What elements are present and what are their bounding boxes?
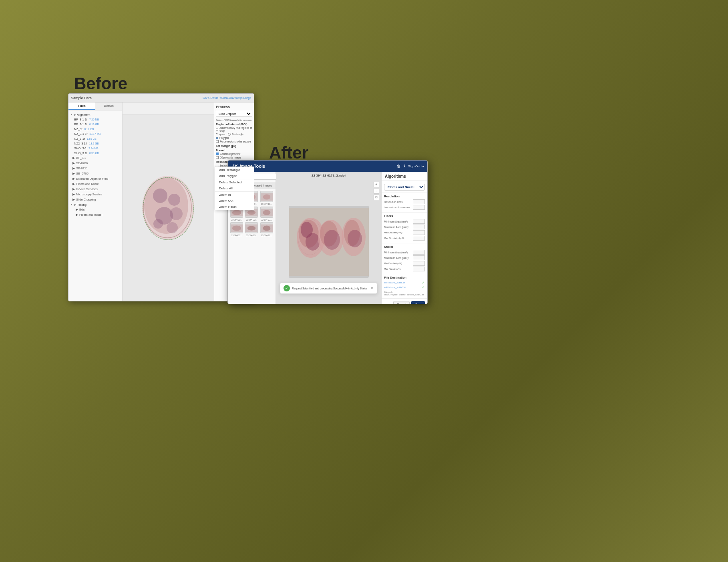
tree-testing-fibers[interactable]: ▶ Fibers and nuclei	[69, 212, 121, 217]
fiber-min-circ-input[interactable]	[413, 230, 425, 235]
tab-details[interactable]: Details	[95, 102, 122, 110]
process-algorithm-select[interactable]: Slide Cropper	[216, 111, 252, 117]
tree-file-bf1[interactable]: BF_3-1 1f 7.26 MB	[69, 117, 121, 122]
cancel-button[interactable]: Cancel	[393, 301, 410, 304]
context-zoom-out[interactable]: Zoom Out	[215, 198, 254, 204]
main-tissue-image	[289, 208, 369, 276]
tree-group-slide[interactable]: ▶ Slide Cropping	[69, 197, 121, 202]
tree-testing-edsf[interactable]: ▶ Edsf	[69, 207, 121, 212]
fiber-max-circ-input[interactable]	[413, 236, 425, 241]
svg-point-25	[232, 225, 241, 231]
svg-point-19	[232, 210, 241, 215]
context-add-polygon[interactable]: Add Polygon	[215, 173, 254, 179]
svg-point-5	[170, 207, 183, 220]
thumb-tissue-7	[245, 224, 257, 232]
tree-file-nz2[interactable]: NZ_3-1 1f 13.17 MB	[69, 131, 121, 136]
tree-group-se1[interactable]: ▶ SE-0706	[69, 161, 121, 166]
thumbnail-7[interactable]	[245, 222, 258, 233]
svg-point-41	[348, 230, 362, 247]
nuclei-min-area-input[interactable]	[413, 250, 425, 255]
zoom-out-button[interactable]: −	[374, 188, 379, 194]
thumb-label-2: 22-467-22...	[261, 202, 272, 205]
thumb-label-6: 22-394-22...	[231, 233, 243, 237]
auto-find-checkbox[interactable]	[216, 128, 218, 131]
tree-group-edf[interactable]: ▶ Extended Depth of Field	[69, 176, 121, 181]
sign-out-button[interactable]: Sign Out ↪	[408, 165, 424, 168]
list-item: 22-467-22...	[260, 191, 274, 205]
toast-close-button[interactable]: ✕	[370, 286, 374, 290]
tree-file-nz3[interactable]: NZ_3-1f 13.6 GB	[69, 136, 121, 141]
svg-point-17	[263, 194, 270, 199]
thumb-label-5: 22-394-22...	[261, 218, 272, 221]
tree-file-sho2[interactable]: SHO_3 1f 0.59 GB	[69, 151, 121, 155]
nuclei-max-area-input[interactable]	[413, 255, 425, 260]
center-filename: 22-394-22-0171_2.ndpi	[312, 174, 346, 177]
tree-group-se2[interactable]: ▶ SE-0711	[69, 166, 121, 171]
nuclei-field-0: Minimum Area (um²):	[384, 250, 425, 255]
svg-point-34	[306, 233, 320, 251]
file-dest-name-0: erFilebane_suffix.tif	[384, 281, 422, 284]
zoom-in-button[interactable]: +	[374, 182, 379, 187]
force-square-checkbox[interactable]	[216, 140, 219, 143]
tree-group-bf[interactable]: ▶ BF_3-1	[69, 155, 121, 161]
margin-label: Set margin (px)	[216, 145, 252, 147]
tab-files[interactable]: Files	[68, 102, 95, 110]
svg-point-27	[247, 226, 256, 230]
tree-group-se3[interactable]: ▶ SE_0705	[69, 171, 121, 176]
polygon-radio[interactable]	[216, 137, 218, 139]
nuclei-max-pct-input[interactable]	[413, 267, 425, 271]
fibers-field-3: Max Circularity by %:	[384, 236, 425, 241]
fiber-max-area-input[interactable]	[413, 225, 425, 229]
run-button[interactable]: Run	[411, 301, 425, 304]
toast-message: Request Submitted and processing Success…	[292, 287, 367, 290]
rectangle-radio[interactable]	[228, 133, 231, 136]
tree-group-microscopy[interactable]: ▶ Microscopy-Service	[69, 192, 121, 197]
fibers-field-1: Maximum Area (um²):	[384, 225, 425, 229]
polygon-row: Polygon	[216, 136, 252, 139]
low-res-input[interactable]	[413, 205, 425, 210]
thumb-tissue-2	[261, 193, 273, 201]
file-dest-title: File Destination	[384, 276, 425, 279]
tree-group-fibers[interactable]: ▶ Fibers and Nuclei	[69, 181, 121, 187]
thumbnail-2[interactable]	[260, 191, 273, 202]
after-titlebar: √X Image Tools 🗑 ℹ Sign Out ↪	[228, 161, 427, 172]
trash-icon[interactable]: 🗑	[397, 164, 400, 168]
zoom-fit-button[interactable]: ⊡	[374, 195, 379, 200]
thumb-label-4: 22-394-22...	[246, 218, 257, 221]
list-item: 22-394-22...	[260, 207, 274, 221]
before-window-title: Sample Data	[71, 96, 92, 100]
context-zoom-reset[interactable]: Zoom Reset	[215, 204, 254, 210]
thumbnail-8[interactable]	[260, 222, 273, 233]
before-body: Files Details ▾ In Alignment BF_3-1 1f 7…	[68, 102, 254, 301]
crop-as-row: Crop as: Rectangle	[216, 133, 252, 136]
sign-out-icon: ↪	[421, 165, 424, 168]
tree-file-sho1[interactable]: SHO_3-1 7.24 MB	[69, 146, 121, 151]
tree-file-bf2[interactable]: BF_3-1 1f 0.19 GB	[69, 122, 121, 126]
fibers-section-title: Fibers	[384, 214, 425, 218]
nuclei-min-circ-input[interactable]	[413, 261, 425, 266]
fiber-min-area-input[interactable]	[413, 219, 425, 224]
svg-point-6	[153, 219, 163, 229]
nuclei-section-title: Nuclei	[384, 245, 425, 249]
o2p-checkbox[interactable]	[216, 156, 219, 159]
thumb-tissue-6	[231, 224, 243, 232]
tree-group-invivo[interactable]: ▶ In Vivo Services	[69, 187, 121, 192]
file-dest-check-0: ✓	[422, 281, 425, 285]
context-delete-selected[interactable]: Delete Selected	[215, 179, 254, 185]
after-window: √X Image Tools 🗑 ℹ Sign Out ↪ 🔍 ⚙ + ▾ Tu…	[227, 160, 428, 304]
info-icon[interactable]: ℹ	[404, 164, 405, 168]
context-zoom-in[interactable]: Zoom In	[215, 192, 254, 198]
generate-preview-checkbox[interactable]	[216, 153, 219, 155]
thumbnail-5[interactable]	[260, 207, 273, 218]
resolution-end-input[interactable]	[413, 199, 425, 204]
algorithm-select[interactable]: Fibres and Nuclei	[384, 184, 425, 191]
after-label: After	[269, 143, 308, 163]
thumb-label-3: 22-394-22...	[231, 218, 243, 221]
context-add-rectangle[interactable]: Add Rectangle	[215, 167, 254, 173]
tree-file-nz4[interactable]: NZ2_3 1ff 13.2 GB	[69, 141, 121, 146]
tree-file-nz1[interactable]: NZ_3f 0.17 GB	[69, 126, 121, 131]
fibers-section: Fibers Minimum Area (um²): Maximum Area …	[382, 213, 427, 243]
context-delete-all[interactable]: Delete All	[215, 185, 254, 191]
thumbnail-6[interactable]	[230, 222, 243, 233]
generate-preview-row: Generate preview	[216, 153, 252, 155]
